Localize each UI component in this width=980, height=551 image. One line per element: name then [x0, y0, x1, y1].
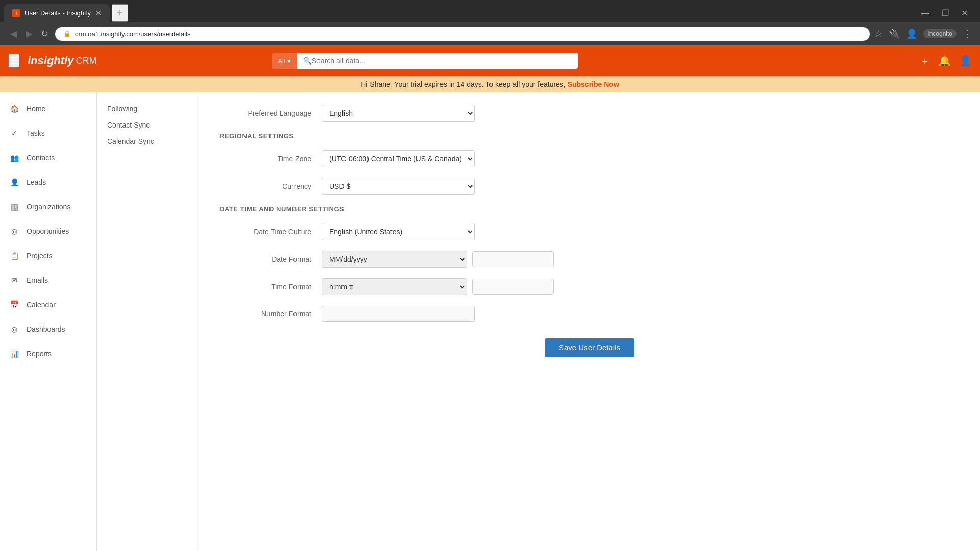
currency-row: Currency USD $ EUR € GBP £ [219, 178, 960, 195]
extensions-icon[interactable]: 🔌 [889, 28, 900, 39]
dashboards-icon: ◎ [8, 323, 20, 335]
sidebar-label-dashboards: Dashboards [27, 325, 65, 333]
number-format-row: Number Format 123,456.78 [219, 306, 960, 322]
save-button-wrap: Save User Details [219, 338, 960, 357]
opportunities-icon: ◎ [8, 225, 20, 237]
bookmark-icon[interactable]: ☆ [874, 28, 883, 39]
number-format-input[interactable]: 123,456.78 [322, 306, 475, 322]
notifications-icon[interactable]: 🔔 [938, 55, 951, 67]
user-avatar[interactable]: 👤 [959, 55, 972, 67]
maximize-button[interactable]: ❐ [938, 7, 953, 19]
sidebar-label-contacts: Contacts [27, 154, 55, 162]
sidebar-label-calendar: Calendar [27, 300, 56, 309]
sidebar-label-home: Home [27, 105, 45, 113]
trial-text: Hi Shane. Your trial expires in 14 days.… [361, 80, 566, 88]
sidebar-label-tasks: Tasks [27, 129, 45, 137]
browser-controls: ◀ ▶ ↻ 🔒 crm.na1.insightly.com/users/user… [0, 22, 980, 45]
time-format-select[interactable]: h:mm tt HH:mm hh:mm tt [322, 278, 467, 295]
menu-icon[interactable]: ⋮ [963, 28, 972, 39]
close-window-button[interactable]: ✕ [957, 7, 972, 19]
currency-label: Currency [219, 182, 322, 190]
contacts-icon: 👥 [8, 152, 20, 164]
sidebar-label-reports: Reports [27, 349, 52, 358]
sidebar-item-opportunities[interactable]: ◎ Opportunities [0, 219, 96, 243]
preferred-language-row: Preferred Language English French Spanis… [219, 105, 960, 122]
search-input[interactable] [312, 53, 572, 69]
sidebar-item-leads[interactable]: 👤 Leads [0, 170, 96, 194]
sidebar-item-reports[interactable]: 📊 Reports [0, 341, 96, 366]
timezone-select[interactable]: (UTC-06:00) Central Time (US & Canada) (… [322, 150, 475, 167]
reports-icon: 📊 [8, 347, 20, 360]
sub-nav-calendar-sync[interactable]: Calendar Sync [97, 133, 199, 149]
app-logo: insightly CRM [28, 54, 96, 67]
time-format-preview: 8:37 AM [472, 279, 554, 295]
sidebar-item-calendar[interactable]: 📅 Calendar [0, 292, 96, 317]
active-tab[interactable]: i User Details - Insightly ✕ [4, 4, 110, 22]
tab-close-button[interactable]: ✕ [95, 8, 102, 18]
search-input-wrap: 🔍 [297, 53, 578, 69]
sidebar-label-opportunities: Opportunities [27, 227, 69, 235]
profile-icon[interactable]: 👤 [906, 28, 917, 39]
minimize-button[interactable]: — [917, 7, 934, 19]
chevron-down-icon: ▾ [287, 57, 291, 65]
search-filter-button[interactable]: All ▾ [272, 53, 297, 69]
sidebar-label-organizations: Organizations [27, 203, 70, 211]
ssl-icon: 🔒 [63, 30, 71, 37]
currency-control: USD $ EUR € GBP £ [322, 178, 475, 195]
date-format-preview: 02/20/2024 [472, 251, 554, 267]
date-culture-select[interactable]: English (United States) English (United … [322, 223, 475, 240]
tab-favicon: i [12, 9, 20, 17]
header-right: ＋ 🔔 👤 [920, 54, 972, 68]
add-button[interactable]: ＋ [920, 54, 930, 68]
timezone-control: (UTC-06:00) Central Time (US & Canada) (… [322, 150, 475, 167]
back-button[interactable]: ◀ [8, 26, 19, 41]
app-layout: 🏠 Home ✓ Tasks 👥 Contacts 👤 Leads 🏢 Orga… [0, 92, 980, 551]
emails-icon: ✉ [8, 274, 20, 286]
subscribe-link[interactable]: Subscribe Now [568, 80, 619, 88]
sidebar-item-projects[interactable]: 📋 Projects [0, 243, 96, 268]
date-culture-label: Date Time Culture [219, 228, 322, 236]
sub-nav: Following Contact Sync Calendar Sync [97, 92, 199, 551]
crm-label: CRM [76, 56, 96, 66]
preferred-language-label: Preferred Language [219, 109, 322, 117]
hamburger-menu-button[interactable]: ☰ [8, 54, 19, 68]
sidebar-item-tasks[interactable]: ✓ Tasks [0, 121, 96, 145]
sidebar-item-dashboards[interactable]: ◎ Dashboards [0, 317, 96, 341]
sub-nav-contact-sync[interactable]: Contact Sync [97, 117, 199, 133]
timezone-label: Time Zone [219, 155, 322, 163]
save-user-details-button[interactable]: Save User Details [545, 338, 634, 357]
time-format-row: Time Format h:mm tt HH:mm hh:mm tt 8:37 … [219, 278, 960, 295]
sub-nav-following[interactable]: Following [97, 101, 199, 117]
sidebar-item-contacts[interactable]: 👥 Contacts [0, 145, 96, 170]
preferred-language-control: English French Spanish German [322, 105, 475, 122]
date-culture-control: English (United States) English (United … [322, 223, 475, 240]
sidebar-item-home[interactable]: 🏠 Home [0, 96, 96, 121]
home-icon: 🏠 [8, 103, 20, 115]
search-bar: All ▾ 🔍 [272, 53, 578, 69]
refresh-button[interactable]: ↻ [39, 26, 51, 41]
sub-nav-label-calendar-sync: Calendar Sync [107, 137, 154, 145]
preferred-language-select[interactable]: English French Spanish German [322, 105, 475, 122]
new-tab-button[interactable]: + [112, 4, 128, 22]
number-format-control: 123,456.78 [322, 306, 475, 322]
sidebar-label-emails: Emails [27, 276, 48, 284]
app-header: ☰ insightly CRM All ▾ 🔍 ＋ 🔔 👤 [0, 45, 980, 76]
date-format-select[interactable]: MM/dd/yyyy dd/MM/yyyy yyyy-MM-dd [322, 251, 467, 268]
logo-text: insightly [28, 54, 74, 67]
tasks-icon: ✓ [8, 127, 20, 139]
sidebar-label-leads: Leads [27, 178, 46, 186]
tab-title: User Details - Insightly [24, 9, 91, 17]
organizations-icon: 🏢 [8, 201, 20, 213]
number-format-label: Number Format [219, 310, 322, 318]
main-content: Preferred Language English French Spanis… [199, 92, 980, 551]
forward-button[interactable]: ▶ [23, 26, 35, 41]
address-bar[interactable]: 🔒 crm.na1.insightly.com/users/userdetail… [55, 27, 870, 41]
datetime-header: DATE TIME AND NUMBER SETTINGS [219, 205, 960, 213]
currency-select[interactable]: USD $ EUR € GBP £ [322, 178, 475, 195]
timezone-row: Time Zone (UTC-06:00) Central Time (US &… [219, 150, 960, 167]
browser-right-controls: ☆ 🔌 👤 Incognito ⋮ [874, 28, 972, 39]
incognito-badge: Incognito [923, 29, 957, 38]
sidebar-item-emails[interactable]: ✉ Emails [0, 268, 96, 292]
sidebar-item-organizations[interactable]: 🏢 Organizations [0, 194, 96, 219]
projects-icon: 📋 [8, 249, 20, 262]
